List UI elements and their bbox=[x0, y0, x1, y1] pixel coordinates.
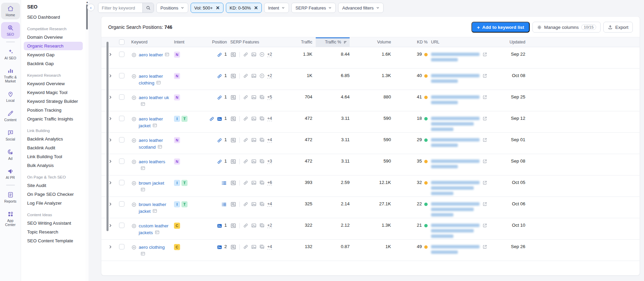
row-checkbox[interactable] bbox=[119, 244, 124, 249]
rail-item-traffic-market[interactable]: Traffic & Market bbox=[1, 65, 20, 86]
sidebar-item-keyword-gap[interactable]: Keyword Gap bbox=[24, 51, 83, 59]
expand-row-icon[interactable] bbox=[108, 202, 113, 206]
serp-snapshot-icon[interactable] bbox=[230, 94, 236, 100]
sidebar-item-on-page-seo-checker[interactable]: On Page SEO Checker bbox=[24, 190, 83, 199]
add-keyword-icon[interactable] bbox=[131, 202, 137, 207]
sidebar-item-backlink-gap[interactable]: Backlink Gap bbox=[24, 59, 83, 68]
serp-snapshot-icon[interactable] bbox=[230, 137, 236, 143]
external-link-icon[interactable] bbox=[482, 116, 487, 121]
rail-item-ai-seo[interactable]: AI SEO bbox=[1, 46, 20, 62]
serp-more-link[interactable]: +4 bbox=[267, 116, 272, 121]
row-checkbox[interactable] bbox=[119, 180, 124, 185]
serp-more-link[interactable]: +3 bbox=[267, 159, 272, 164]
keyword-link[interactable]: aero leather bbox=[139, 52, 163, 57]
keyword-link[interactable]: brown jacket bbox=[139, 181, 164, 186]
expand-row-icon[interactable] bbox=[108, 74, 113, 78]
keyword-filter-input[interactable] bbox=[98, 3, 142, 13]
external-link-icon[interactable] bbox=[482, 52, 487, 57]
sidebar-item-topic-research[interactable]: Topic Research bbox=[24, 228, 83, 236]
serp-more-link[interactable]: +4 bbox=[267, 137, 272, 143]
header-intent[interactable]: Intent bbox=[174, 37, 195, 47]
select-all-checkbox[interactable] bbox=[119, 39, 124, 45]
serp-snapshot-icon[interactable] bbox=[230, 244, 236, 250]
sidebar-item-position-tracking[interactable]: Position Tracking bbox=[24, 106, 83, 114]
serp-more-link[interactable]: +5 bbox=[267, 95, 272, 100]
serp-more-link[interactable]: +2 bbox=[267, 52, 272, 57]
row-checkbox[interactable] bbox=[119, 52, 124, 57]
sidebar-item-keyword-strategy-builder[interactable]: Keyword Strategy Builder bbox=[24, 97, 83, 106]
sidebar-scrollbar[interactable]: ▲ bbox=[85, 0, 89, 281]
row-checkbox[interactable] bbox=[119, 94, 124, 100]
expand-row-icon[interactable] bbox=[108, 245, 113, 249]
add-keyword-icon[interactable] bbox=[131, 245, 137, 250]
sidebar-item-seo-content-template[interactable]: SEO Content Template bbox=[24, 237, 83, 245]
header-traffic-pct[interactable]: Traffic % bbox=[316, 37, 350, 47]
manage-columns-button[interactable]: Manage columns 10/15 bbox=[532, 22, 601, 33]
header-updated[interactable]: Updated bbox=[491, 37, 525, 47]
serp-snapshot-icon[interactable] bbox=[230, 180, 236, 186]
row-checkbox[interactable] bbox=[119, 116, 124, 121]
volume-filter-chip[interactable]: Vol: 500+ ✕ bbox=[191, 3, 223, 13]
row-checkbox[interactable] bbox=[119, 223, 124, 228]
add-keyword-icon[interactable] bbox=[131, 138, 137, 143]
rail-item-app-center[interactable]: App Center bbox=[1, 208, 20, 229]
header-traffic[interactable]: Traffic bbox=[281, 37, 312, 47]
expand-row-icon[interactable] bbox=[108, 159, 113, 164]
serp-preview-icon[interactable] bbox=[155, 230, 160, 235]
external-link-icon[interactable] bbox=[482, 180, 487, 185]
serp-preview-icon[interactable] bbox=[152, 123, 157, 128]
serp-snapshot-icon[interactable] bbox=[230, 223, 236, 229]
expand-row-icon[interactable] bbox=[108, 223, 113, 228]
expand-row-icon[interactable] bbox=[108, 138, 113, 142]
add-keyword-icon[interactable] bbox=[131, 74, 137, 79]
keyword-link[interactable]: aero leather uk bbox=[139, 95, 169, 100]
sidebar-item-link-building-tool[interactable]: Link Building Tool bbox=[24, 152, 83, 161]
rail-item-content[interactable]: Content bbox=[1, 108, 20, 124]
sidebar-item-seo-dashboard[interactable]: SEO Dashboard bbox=[24, 13, 83, 21]
sidebar-item-backlink-audit[interactable]: Backlink Audit bbox=[24, 144, 83, 152]
expand-row-icon[interactable] bbox=[108, 52, 113, 57]
serp-preview-icon[interactable] bbox=[140, 251, 145, 256]
keyword-link[interactable]: aero clothing bbox=[139, 245, 165, 250]
external-link-icon[interactable] bbox=[482, 73, 487, 78]
header-serp-features[interactable]: SERP Features bbox=[230, 37, 278, 47]
intent-filter-dropdown[interactable]: Intent bbox=[264, 3, 289, 13]
sidebar-item-bulk-analysis[interactable]: Bulk Analysis bbox=[24, 161, 83, 170]
header-url[interactable]: URL bbox=[431, 37, 488, 47]
external-link-icon[interactable] bbox=[482, 202, 487, 207]
header-keyword[interactable]: Keyword bbox=[131, 37, 171, 47]
header-kd[interactable]: KD % bbox=[394, 37, 428, 47]
external-link-icon[interactable] bbox=[482, 159, 487, 164]
serp-preview-icon[interactable] bbox=[157, 144, 162, 149]
external-link-icon[interactable] bbox=[482, 244, 487, 249]
sidebar-item-seo-writing-assistant[interactable]: SEO Writing Assistant bbox=[24, 219, 83, 227]
add-keyword-icon[interactable] bbox=[131, 116, 137, 122]
sidebar-item-site-audit[interactable]: Site Audit bbox=[24, 181, 83, 190]
keyword-link[interactable]: custom leather jackets bbox=[139, 223, 169, 235]
external-link-icon[interactable] bbox=[482, 223, 487, 228]
sidebar-item-keyword-magic-tool[interactable]: Keyword Magic Tool bbox=[24, 88, 83, 97]
serp-more-link[interactable]: +4 bbox=[267, 244, 272, 249]
keyword-filter-search-button[interactable] bbox=[142, 3, 154, 13]
sidebar-item-organic-traffic-insights[interactable]: Organic Traffic Insights bbox=[24, 115, 83, 123]
table-vertical-scrollbar[interactable] bbox=[106, 42, 109, 231]
sidebar-item-backlink-analytics[interactable]: Backlink Analytics bbox=[24, 135, 83, 143]
serp-more-link[interactable]: +2 bbox=[267, 73, 272, 78]
sidebar-collapse-button[interactable]: ‹ bbox=[87, 4, 95, 11]
serp-preview-icon[interactable] bbox=[156, 80, 161, 85]
expand-row-icon[interactable] bbox=[108, 181, 113, 185]
serp-snapshot-icon[interactable] bbox=[230, 52, 236, 58]
rail-item-ai-pr[interactable]: AI PR bbox=[1, 165, 20, 182]
rail-item-seo[interactable]: SEO bbox=[1, 22, 20, 39]
rail-item-ad[interactable]: Ad bbox=[1, 146, 20, 163]
keyword-link[interactable]: aero leather jacket bbox=[139, 116, 163, 128]
sidebar-item-organic-research[interactable]: Organic Research bbox=[24, 42, 83, 50]
serp-snapshot-icon[interactable] bbox=[230, 201, 236, 207]
serp-preview-icon[interactable] bbox=[140, 187, 145, 192]
external-link-icon[interactable] bbox=[482, 137, 487, 143]
expand-row-icon[interactable] bbox=[108, 95, 113, 99]
serp-more-link[interactable]: +2 bbox=[267, 223, 272, 228]
serp-preview-icon[interactable] bbox=[152, 208, 157, 213]
serp-more-link[interactable]: +6 bbox=[267, 180, 272, 185]
remove-kd-filter-icon[interactable]: ✕ bbox=[254, 5, 258, 11]
